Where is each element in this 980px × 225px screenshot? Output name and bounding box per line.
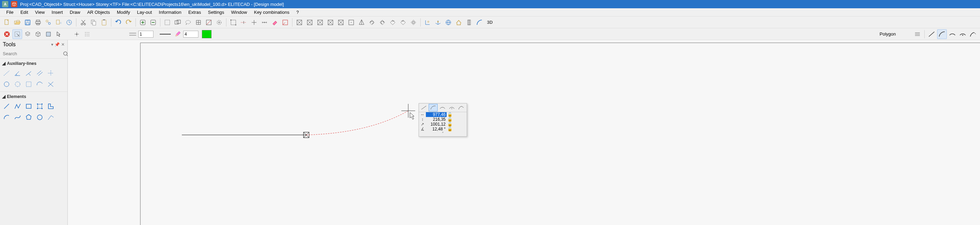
menu-layout[interactable]: Lay-out <box>134 9 155 16</box>
roof-button[interactable] <box>454 17 463 27</box>
aux-perp-icon[interactable] <box>24 68 34 78</box>
column-button[interactable] <box>464 17 474 27</box>
paste-props-button[interactable] <box>54 17 64 27</box>
aux-circle-solid-icon[interactable] <box>2 79 12 89</box>
open-file-button[interactable] <box>13 17 22 27</box>
dy-value[interactable]: 216,35 <box>426 117 447 122</box>
viewbox-6-button[interactable] <box>346 17 356 27</box>
elem-polyline-icon[interactable] <box>13 101 23 111</box>
coordinate-palette[interactable]: ↔ 977,46 🔓 ↕ 216,35 🔓 ↗ 1001,12 🔓 ∡ 12,4… <box>418 103 467 137</box>
pin-icon[interactable]: 📌 <box>55 42 60 47</box>
draw-arc-end-button[interactable] <box>968 29 978 39</box>
menu-window[interactable]: Window <box>228 9 250 16</box>
aux-line-dashed-icon[interactable] <box>2 68 12 78</box>
menu-file[interactable]: File <box>3 9 17 16</box>
eraser-button[interactable] <box>270 17 280 27</box>
menu-edit[interactable]: Edit <box>17 9 32 16</box>
viewbox-3-button[interactable] <box>315 17 325 27</box>
menu-extras[interactable]: Extras <box>185 9 205 16</box>
angle-value[interactable]: 12,48 ° <box>426 127 447 132</box>
prism-3d-button[interactable] <box>357 17 366 27</box>
elem-arc-icon[interactable] <box>2 112 12 122</box>
palette-expand[interactable]: ˅ <box>419 132 467 136</box>
undo-button[interactable] <box>113 17 123 27</box>
lineweight-button[interactable] <box>158 29 172 39</box>
menu-modify[interactable]: Modify <box>113 9 134 16</box>
pencil-button[interactable] <box>173 29 183 39</box>
linetype-button[interactable] <box>128 29 138 39</box>
palette-line-icon[interactable] <box>419 104 428 111</box>
layers-button[interactable] <box>23 29 32 39</box>
grid-button[interactable] <box>82 29 92 39</box>
paste-button[interactable] <box>99 17 109 27</box>
3d-mode-button[interactable]: 3D <box>485 17 495 27</box>
world-axes-button[interactable] <box>433 17 443 27</box>
zoom-in-button[interactable] <box>138 17 148 27</box>
snap-mid-button[interactable] <box>239 17 248 27</box>
georef-button[interactable] <box>444 17 453 27</box>
menu-ar-objects[interactable]: AR Objects <box>84 9 113 16</box>
aux-rect-dashed-icon[interactable] <box>24 79 34 89</box>
elem-line-icon[interactable] <box>2 101 12 111</box>
edit-polyline-button[interactable] <box>280 17 290 27</box>
angle-lock-icon[interactable]: 🔓 <box>447 127 453 132</box>
palette-arc-tangent-icon[interactable] <box>429 104 438 111</box>
dropdown-icon[interactable]: ▾ <box>51 42 53 47</box>
snap-grid-button[interactable] <box>229 17 238 27</box>
canvas-area[interactable]: ↔ 977,46 🔓 ↕ 216,35 🔓 ↗ 1001,12 🔓 ∡ 12,4… <box>68 40 980 225</box>
rotate-left-button[interactable] <box>367 17 377 27</box>
rotate-cw-button[interactable] <box>388 17 398 27</box>
menu-help[interactable]: ? <box>293 9 302 16</box>
aux-tangent-icon[interactable] <box>35 79 45 89</box>
coord-toggle-button[interactable] <box>423 17 433 27</box>
close-button[interactable] <box>2 29 12 39</box>
print-button[interactable] <box>33 17 43 27</box>
menu-key-combinations[interactable]: Key combinations <box>251 9 293 16</box>
recent-button[interactable] <box>64 17 74 27</box>
menu-draw[interactable]: Draw <box>66 9 84 16</box>
layer-input[interactable] <box>138 31 153 38</box>
aux-angle-icon[interactable] <box>13 68 23 78</box>
new-file-button[interactable] <box>2 17 12 27</box>
snap-perp-button[interactable] <box>249 17 259 27</box>
palette-arc-end-icon[interactable] <box>457 104 466 111</box>
zoom-out-button[interactable] <box>148 17 158 27</box>
cut-button[interactable] <box>78 17 88 27</box>
menu-lines-button[interactable] <box>913 29 922 39</box>
snap-center-button[interactable] <box>259 17 269 27</box>
draw-arc-3pt-button[interactable] <box>948 29 957 39</box>
refresh-view-button[interactable] <box>409 17 418 27</box>
viewbox-1-button[interactable] <box>294 17 304 27</box>
aux-parallel-icon[interactable] <box>35 68 45 78</box>
point-button[interactable] <box>72 29 81 39</box>
large-arc-button[interactable] <box>475 17 484 27</box>
pen-input[interactable] <box>183 31 199 38</box>
rotate-ccw-button[interactable] <box>398 17 408 27</box>
sel-edit-button[interactable] <box>204 17 214 27</box>
copy-button[interactable] <box>89 17 99 27</box>
viewbox-5-button[interactable] <box>336 17 346 27</box>
section-aux-lines[interactable]: ◢ Auxiliary-lines <box>0 58 67 67</box>
tools-search-input[interactable] <box>2 50 62 58</box>
dx-value[interactable]: 977,46 <box>426 112 447 117</box>
draw-line-button[interactable] <box>927 29 937 39</box>
menu-information[interactable]: Information <box>156 9 185 16</box>
dx-lock-icon[interactable]: 🔓 <box>447 112 453 117</box>
elem-spline-icon[interactable] <box>13 112 23 122</box>
pointer-button[interactable] <box>54 29 64 39</box>
close-panel-icon[interactable]: ✕ <box>61 42 65 47</box>
draw-arc-center-button[interactable] <box>958 29 967 39</box>
menu-view[interactable]: View <box>32 9 48 16</box>
color-swatch[interactable] <box>202 30 212 38</box>
sel-cycle-button[interactable] <box>214 17 224 27</box>
draw-arc-tangent-button[interactable] <box>937 29 947 39</box>
save-button[interactable] <box>23 17 32 27</box>
aux-intersect-icon[interactable] <box>46 79 56 89</box>
palette-arc-center-icon[interactable] <box>447 104 456 111</box>
aux-cross-icon[interactable] <box>46 68 56 78</box>
menu-insert[interactable]: Insert <box>48 9 66 16</box>
elem-tangent-line-icon[interactable] <box>46 112 56 122</box>
copy-props-button[interactable] <box>43 17 53 27</box>
sel-window-button[interactable] <box>162 17 172 27</box>
viewbox-2-button[interactable] <box>305 17 315 27</box>
